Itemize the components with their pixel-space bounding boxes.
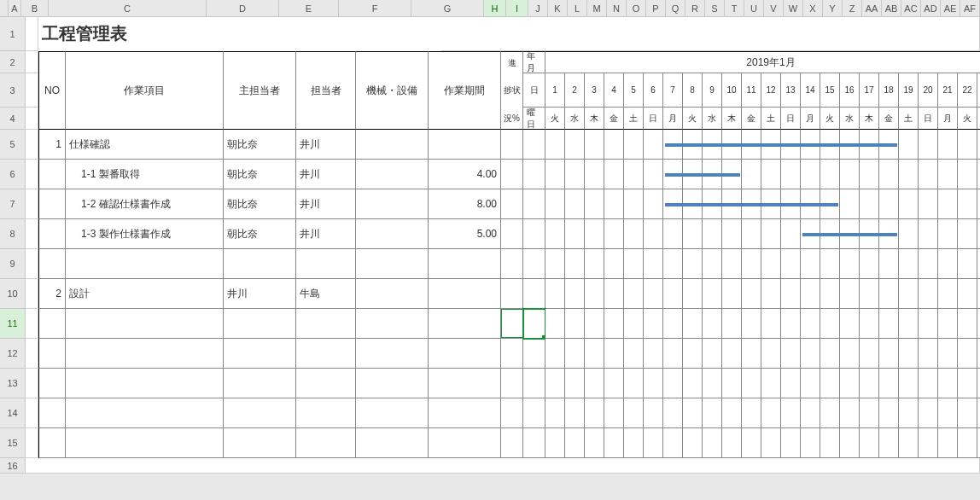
col-G[interactable]: G [411, 0, 484, 17]
row-15[interactable]: 15 [0, 428, 26, 458]
cell-progress[interactable] [501, 189, 523, 219]
cell-progress[interactable] [501, 398, 523, 428]
row-9[interactable]: 9 [0, 249, 26, 279]
cell-assignee[interactable]: 井川 [296, 219, 356, 249]
row-7[interactable]: 7 [0, 189, 26, 219]
row-16[interactable]: 16 [0, 458, 26, 474]
cell-task[interactable]: 1-2 確認仕様書作成 [66, 189, 224, 219]
cell-lead[interactable] [224, 339, 296, 369]
cell-task[interactable]: 1-3 製作仕様書作成 [66, 219, 224, 249]
cell-assignee[interactable] [296, 398, 356, 428]
col-A[interactable]: A [9, 0, 21, 17]
cell-period[interactable] [429, 279, 501, 309]
cell-hi[interactable] [523, 369, 545, 398]
cell-hi[interactable] [523, 339, 545, 369]
cell-task[interactable]: 仕様確認 [66, 130, 224, 160]
cell-machine[interactable] [356, 160, 429, 189]
row-2[interactable]: 2 [0, 51, 26, 73]
cell-period[interactable] [429, 398, 501, 428]
row-11[interactable]: 11 [0, 309, 26, 339]
cell-machine[interactable] [356, 398, 429, 428]
spreadsheet[interactable]: A B C D E F G H I J K L M N O P Q R S T … [0, 0, 980, 474]
col-T[interactable]: T [725, 0, 744, 17]
col-V[interactable]: V [764, 0, 784, 17]
cell-lead[interactable]: 井川 [224, 279, 296, 309]
col-H[interactable]: H [484, 0, 506, 17]
cell-lead[interactable]: 朝比奈 [224, 130, 296, 160]
row-12[interactable]: 12 [0, 339, 26, 369]
cell-assignee[interactable] [296, 428, 356, 458]
cell-progress[interactable] [501, 279, 523, 309]
col-AD[interactable]: AD [921, 0, 941, 17]
row-5[interactable]: 5 [0, 130, 26, 160]
col-Z[interactable]: Z [843, 0, 862, 17]
cell-hi[interactable] [523, 130, 545, 160]
cell-hi[interactable] [523, 309, 545, 339]
col-AB[interactable]: AB [882, 0, 901, 17]
cell-task[interactable] [66, 339, 224, 369]
row-14[interactable]: 14 [0, 398, 26, 428]
col-D[interactable]: D [207, 0, 279, 17]
cell-no[interactable] [38, 428, 66, 458]
cell-no[interactable] [38, 369, 66, 398]
cell-task[interactable]: 1-1 製番取得 [66, 160, 224, 189]
row-1[interactable]: 1 [0, 17, 26, 51]
cell-hi[interactable] [523, 428, 545, 458]
cell-no[interactable] [38, 189, 66, 219]
cell-hi[interactable] [523, 398, 545, 428]
cell-machine[interactable] [356, 189, 429, 219]
cell-progress[interactable] [501, 339, 523, 369]
cell-assignee[interactable]: 牛島 [296, 279, 356, 309]
cell-assignee[interactable] [296, 309, 356, 339]
col-O[interactable]: O [627, 0, 646, 17]
cell-hi[interactable] [523, 160, 545, 189]
cell-assignee[interactable] [296, 339, 356, 369]
cell-period[interactable] [429, 369, 501, 398]
cell-lead[interactable] [224, 369, 296, 398]
cell-machine[interactable] [356, 428, 429, 458]
cell-machine[interactable] [356, 309, 429, 339]
col-W[interactable]: W [784, 0, 803, 17]
cell-progress[interactable] [501, 369, 523, 398]
cell-period[interactable] [429, 339, 501, 369]
cell-lead[interactable] [224, 309, 296, 339]
col-AF[interactable]: AF [960, 0, 980, 17]
col-J[interactable]: J [528, 0, 548, 17]
cell-assignee[interactable]: 井川 [296, 189, 356, 219]
cell-no[interactable] [38, 219, 66, 249]
row-3[interactable]: 3 [0, 73, 26, 108]
cell-lead[interactable] [224, 398, 296, 428]
cell-machine[interactable] [356, 369, 429, 398]
cell-no[interactable]: 1 [38, 130, 66, 160]
cell-assignee[interactable]: 井川 [296, 160, 356, 189]
cell-machine[interactable] [356, 219, 429, 249]
cell-lead[interactable]: 朝比奈 [224, 219, 296, 249]
cell-assignee[interactable]: 井川 [296, 130, 356, 160]
cell-period[interactable] [429, 428, 501, 458]
cell-lead[interactable] [224, 249, 296, 279]
cell-period[interactable] [429, 249, 501, 279]
cell-progress[interactable] [501, 428, 523, 458]
cell-hi[interactable] [523, 249, 545, 279]
col-R[interactable]: R [685, 0, 705, 17]
row-4[interactable]: 4 [0, 108, 26, 130]
row-10[interactable]: 10 [0, 279, 26, 309]
col-Y[interactable]: Y [823, 0, 843, 17]
row-8[interactable]: 8 [0, 219, 26, 249]
cell-machine[interactable] [356, 339, 429, 369]
cell-period[interactable] [429, 309, 501, 339]
col-AE[interactable]: AE [941, 0, 960, 17]
col-B[interactable]: B [21, 0, 49, 17]
col-E[interactable]: E [279, 0, 339, 17]
cell-period[interactable]: 5.00 [429, 219, 501, 249]
cell-hi[interactable] [523, 219, 545, 249]
cell-task[interactable] [66, 428, 224, 458]
cell-progress[interactable] [501, 130, 523, 160]
cell-progress[interactable] [501, 249, 523, 279]
cell-period[interactable] [429, 130, 501, 160]
cell-progress[interactable] [501, 160, 523, 189]
cell-task[interactable] [66, 249, 224, 279]
col-P[interactable]: P [646, 0, 666, 17]
col-Q[interactable]: Q [666, 0, 685, 17]
cell-task[interactable] [66, 369, 224, 398]
